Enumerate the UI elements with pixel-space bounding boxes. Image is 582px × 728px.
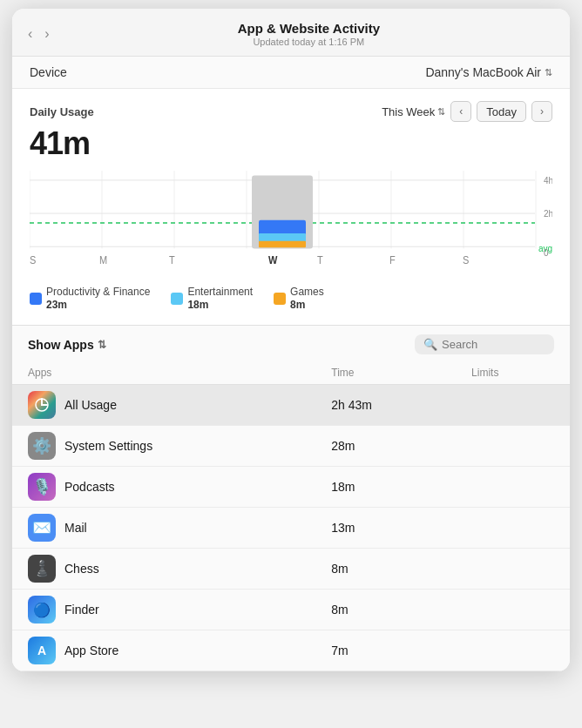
- col-apps: Apps: [12, 363, 315, 385]
- legend-time-entertainment: 18m: [187, 299, 253, 311]
- table-row[interactable]: 🔵 Finder 8m: [12, 590, 570, 630]
- daily-header-left: Daily Usage: [30, 105, 94, 118]
- chart-legend: Productivity & Finance 23m Entertainment…: [30, 286, 552, 311]
- col-limits: Limits: [456, 363, 570, 385]
- page-subtitle: Updated today at 1:16 PM: [64, 37, 554, 47]
- legend-label-entertainment: Entertainment: [187, 286, 253, 298]
- app-row-name: ♟️ Chess: [28, 555, 300, 583]
- svg-text:W: W: [268, 254, 278, 266]
- table-row[interactable]: ⚙️ System Settings 28m: [12, 426, 570, 467]
- table-row[interactable]: A App Store 7m: [12, 630, 570, 671]
- legend-item-entertainment: Entertainment 18m: [171, 286, 253, 311]
- daily-header: Daily Usage This Week ⇅ ‹ Today ›: [30, 101, 552, 122]
- app-name-cell: ⚙️ System Settings: [12, 426, 315, 467]
- show-apps-chevron-icon: ⇅: [98, 339, 106, 351]
- title-block: App & Website Activity Updated today at …: [64, 21, 554, 47]
- legend-label-productivity: Productivity & Finance: [46, 286, 150, 298]
- main-window: ‹ › App & Website Activity Updated today…: [12, 9, 570, 671]
- app-limits-cell: [456, 508, 570, 549]
- today-button[interactable]: Today: [477, 101, 526, 122]
- legend-time-games: 8m: [290, 299, 324, 311]
- app-icon: ♟️: [28, 555, 56, 583]
- search-box[interactable]: 🔍: [415, 334, 554, 354]
- page-title: App & Website Activity: [64, 21, 554, 36]
- app-icon: 🎙️: [28, 473, 56, 501]
- legend-item-games: Games 8m: [274, 286, 324, 311]
- back-button[interactable]: ‹: [24, 24, 36, 44]
- title-bar: ‹ › App & Website Activity Updated today…: [12, 9, 570, 57]
- table-row[interactable]: ✉️ Mail 13m: [12, 508, 570, 549]
- app-name-cell: 🔵 Finder: [12, 590, 315, 630]
- table-header-row: Apps Time Limits: [12, 363, 570, 385]
- app-name-cell: 🎙️ Podcasts: [12, 467, 315, 508]
- search-input[interactable]: [442, 338, 545, 351]
- app-icon: 🔵: [28, 596, 56, 624]
- week-chevron-icon: ⇅: [437, 106, 445, 118]
- legend-label-games: Games: [290, 286, 324, 298]
- usage-time: 41m: [30, 125, 552, 162]
- app-icon: ✉️: [28, 514, 56, 542]
- app-name: Mail: [64, 521, 87, 535]
- app-row-name: 🔵 Finder: [28, 596, 300, 624]
- legend-color-entertainment: [171, 293, 183, 305]
- svg-text:4h: 4h: [544, 176, 552, 185]
- svg-text:F: F: [389, 254, 396, 266]
- table-row[interactable]: All Usage 2h 43m: [12, 385, 570, 426]
- app-time-cell: 2h 43m: [315, 385, 456, 426]
- show-apps-label: Show Apps: [28, 338, 94, 352]
- next-week-button[interactable]: ›: [531, 101, 552, 122]
- app-row-name: A App Store: [28, 637, 300, 664]
- apps-table: Apps Time Limits All Usage 2h 43m ⚙️: [12, 363, 570, 671]
- week-selector[interactable]: This Week ⇅: [382, 105, 445, 118]
- svg-text:T: T: [317, 254, 323, 266]
- app-name: Chess: [64, 562, 99, 576]
- app-time-cell: 18m: [315, 467, 456, 508]
- app-limits-cell: [456, 590, 570, 630]
- app-time-cell: 8m: [315, 590, 456, 630]
- forward-button[interactable]: ›: [41, 24, 52, 44]
- app-limits-cell: [456, 630, 570, 671]
- legend-time-productivity: 23m: [46, 299, 150, 311]
- legend-item-productivity: Productivity & Finance 23m: [30, 286, 150, 311]
- app-time-cell: 13m: [315, 508, 456, 549]
- svg-text:S: S: [463, 254, 470, 266]
- app-name: Podcasts: [64, 480, 115, 494]
- app-icon: ⚙️: [28, 432, 56, 460]
- app-row-name: All Usage: [28, 391, 300, 419]
- svg-text:T: T: [169, 254, 175, 266]
- table-row[interactable]: ♟️ Chess 8m: [12, 549, 570, 590]
- app-name: System Settings: [64, 439, 152, 453]
- svg-text:2h: 2h: [544, 209, 552, 219]
- search-icon: 🔍: [423, 338, 437, 351]
- apps-section: Show Apps ⇅ 🔍 Apps Time Limits: [12, 325, 570, 671]
- apps-toolbar: Show Apps ⇅ 🔍: [12, 326, 570, 363]
- app-name: All Usage: [64, 398, 117, 412]
- prev-week-button[interactable]: ‹: [450, 101, 471, 122]
- app-name: App Store: [64, 644, 118, 657]
- legend-color-games: [274, 293, 286, 305]
- show-apps-button[interactable]: Show Apps ⇅: [28, 338, 106, 352]
- app-time-cell: 8m: [315, 549, 456, 590]
- table-row[interactable]: 🎙️ Podcasts 18m: [12, 467, 570, 508]
- device-chevron-icon: ⇅: [545, 67, 552, 78]
- daily-usage-label: Daily Usage: [30, 105, 94, 118]
- device-row: Device Danny's MacBook Air ⇅: [12, 57, 570, 89]
- device-label: Device: [30, 65, 67, 79]
- app-time-cell: 7m: [315, 630, 456, 671]
- col-time: Time: [315, 363, 456, 385]
- svg-text:0: 0: [544, 248, 549, 258]
- svg-text:S: S: [30, 254, 37, 266]
- daily-usage-section: Daily Usage This Week ⇅ ‹ Today › 41m: [12, 89, 570, 325]
- week-selector-label: This Week: [382, 105, 435, 118]
- nav-buttons: ‹ ›: [24, 24, 53, 44]
- device-name: Danny's MacBook Air: [425, 65, 541, 79]
- app-name-cell: ✉️ Mail: [12, 508, 315, 549]
- app-limits-cell: [456, 385, 570, 426]
- legend-color-productivity: [30, 293, 42, 305]
- svg-rect-15: [259, 241, 306, 248]
- app-name-cell: ♟️ Chess: [12, 549, 315, 590]
- app-name-cell: A App Store: [12, 630, 315, 671]
- app-limits-cell: [456, 467, 570, 508]
- device-selector[interactable]: Danny's MacBook Air ⇅: [425, 65, 552, 79]
- chart-container: 4h 2h avg 0 S M T W T F S: [30, 171, 552, 275]
